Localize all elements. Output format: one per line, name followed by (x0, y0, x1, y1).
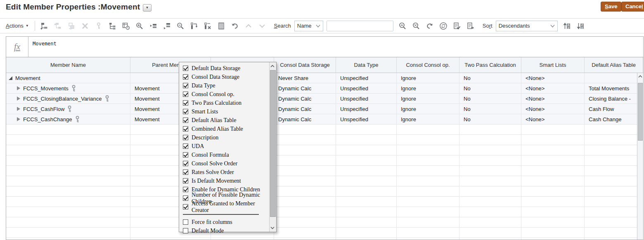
data-type-cell[interactable]: Unspecified (336, 73, 397, 83)
data-type-cell[interactable] (336, 228, 397, 238)
checkbox-icon[interactable] (183, 74, 188, 80)
data-type-cell[interactable] (336, 217, 397, 227)
consol-data-storage-cell[interactable] (274, 125, 336, 134)
consol-data-storage-cell[interactable]: Dynamic Calc (274, 114, 336, 124)
default-alias-cell[interactable] (585, 197, 643, 207)
default-alias-cell[interactable] (585, 73, 643, 83)
member-name-cell[interactable]: FCCS_ClosingBalance_Variance (6, 94, 130, 104)
two-pass-cell[interactable] (459, 176, 521, 186)
checkbox-icon[interactable] (183, 118, 188, 123)
smart-lists-cell[interactable] (521, 197, 585, 207)
consol-op-cell[interactable] (397, 135, 459, 145)
column-menu-item[interactable]: Consol Consol op. (179, 90, 269, 99)
default-alias-cell[interactable] (585, 207, 643, 217)
column-menu-item[interactable]: Combined Alias Table (179, 125, 269, 133)
find-next-icon[interactable] (412, 22, 420, 30)
default-alias-cell[interactable] (585, 217, 643, 227)
consol-op-cell[interactable] (397, 207, 459, 217)
cancel-button[interactable]: Cancel (621, 2, 644, 12)
consol-data-storage-cell[interactable]: Dynamic Calc (274, 104, 336, 114)
delete-member-icon[interactable] (81, 22, 89, 30)
consol-op-cell[interactable] (397, 217, 459, 227)
consol-data-storage-cell[interactable] (274, 228, 336, 238)
default-alias-cell[interactable] (585, 176, 643, 186)
smart-lists-cell[interactable] (521, 238, 585, 240)
column-menu-item[interactable]: Default Data Storage (179, 64, 269, 73)
member-name-cell[interactable] (6, 238, 130, 240)
checkbox-icon[interactable] (183, 219, 188, 225)
smart-lists-cell[interactable] (521, 207, 585, 217)
consol-data-storage-cell[interactable] (274, 155, 336, 165)
column-menu-item[interactable]: Default Mode (179, 226, 269, 235)
data-type-cell[interactable] (336, 186, 397, 196)
consol-op-cell[interactable] (397, 186, 459, 196)
checkbox-icon[interactable] (183, 100, 188, 106)
consol-op-cell[interactable] (397, 166, 459, 176)
tree-view-icon[interactable] (108, 22, 116, 30)
consol-data-storage-cell[interactable]: Never Share (274, 73, 336, 83)
column-header-member-name[interactable]: Member Name (6, 57, 130, 73)
smart-lists-cell[interactable]: <None> (521, 73, 585, 83)
smart-lists-cell[interactable] (521, 186, 585, 196)
member-name-cell[interactable] (6, 217, 130, 227)
validate-metadata-icon[interactable] (453, 22, 461, 30)
title-dropdown-button[interactable]: ▼ (143, 4, 152, 12)
column-menu-item[interactable]: Force fit columns (179, 218, 269, 226)
previous-icon[interactable] (244, 22, 253, 30)
parent-member-cell[interactable] (130, 238, 211, 240)
column-header-smart-lists[interactable]: Smart Lists (521, 57, 585, 73)
column-menu-item[interactable]: Description (179, 133, 269, 142)
member-name-cell[interactable] (6, 155, 130, 165)
redo-icon[interactable] (426, 22, 434, 30)
freeze-pane-icon[interactable] (217, 22, 225, 30)
actions-menu-button[interactable]: Actions ▼ (6, 23, 29, 29)
default-alias-cell[interactable] (585, 145, 643, 155)
checkbox-icon[interactable] (183, 195, 188, 201)
smart-lists-cell[interactable] (521, 145, 585, 155)
default-alias-cell[interactable] (585, 135, 643, 145)
checkbox-icon[interactable] (183, 144, 188, 149)
default-alias-cell[interactable] (585, 238, 643, 240)
checkbox-icon[interactable] (183, 109, 188, 114)
consol-op-cell[interactable]: Ignore (397, 73, 459, 83)
find-previous-icon[interactable] (398, 22, 407, 30)
apply-metadata-icon[interactable] (466, 22, 475, 30)
move-columns-icon[interactable] (190, 22, 198, 30)
zoom-in-icon[interactable] (135, 22, 144, 30)
data-type-cell[interactable]: Unspecified (336, 83, 397, 93)
member-name-cell[interactable]: Movement (6, 73, 130, 83)
zoom-out-icon[interactable] (176, 22, 185, 30)
consol-data-storage-cell[interactable] (274, 176, 336, 186)
data-type-cell[interactable] (336, 155, 397, 165)
grid-scrollbar-thumb[interactable] (638, 83, 643, 141)
two-pass-cell[interactable] (459, 217, 521, 227)
menu-scrollbar-thumb[interactable] (270, 70, 276, 217)
consol-data-storage-cell[interactable] (274, 145, 336, 155)
member-name-cell[interactable] (6, 207, 130, 217)
column-menu-item[interactable]: UDA (179, 142, 269, 151)
smart-lists-cell[interactable]: <None> (521, 83, 585, 93)
two-pass-cell[interactable] (459, 166, 521, 176)
two-pass-cell[interactable] (459, 186, 521, 196)
collapsed-node-icon[interactable] (17, 86, 20, 90)
consol-op-cell[interactable]: Ignore (397, 114, 459, 124)
checkbox-icon[interactable] (183, 161, 188, 166)
member-name-cell[interactable] (6, 228, 130, 238)
consol-data-storage-cell[interactable] (274, 186, 336, 196)
consol-data-storage-cell[interactable] (274, 207, 336, 217)
column-header-consol-data-storage[interactable]: Consol Data Storage (274, 57, 336, 73)
default-alias-cell[interactable] (585, 186, 643, 196)
consol-op-cell[interactable]: Ignore (397, 94, 459, 104)
checkbox-icon[interactable] (183, 152, 188, 158)
refresh-icon[interactable] (439, 22, 447, 30)
delete-column-icon[interactable] (204, 22, 212, 30)
smart-lists-cell[interactable]: <None> (521, 104, 585, 114)
collapse-icon[interactable] (163, 22, 171, 30)
column-header-data-type[interactable]: Data Type (336, 57, 397, 73)
smart-lists-cell[interactable] (521, 217, 585, 227)
consol-data-storage-cell[interactable] (274, 217, 336, 227)
add-child-member-icon[interactable] (40, 22, 48, 30)
scroll-up-icon[interactable] (637, 73, 643, 80)
expand-icon[interactable] (149, 22, 157, 30)
default-alias-cell[interactable]: Cash Flow (585, 104, 643, 114)
